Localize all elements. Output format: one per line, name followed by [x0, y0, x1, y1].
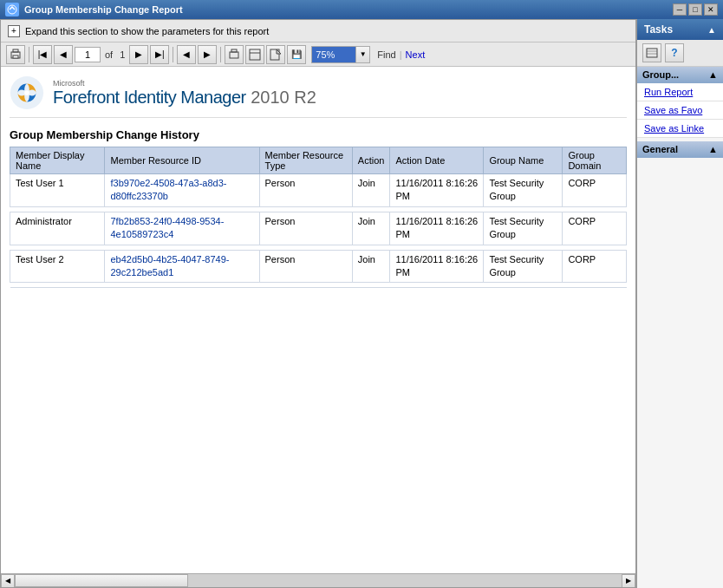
table-cell: CORP	[563, 212, 627, 245]
table-cell: Person	[259, 212, 352, 245]
expand-bar: + Expand this section to show the parame…	[1, 20, 635, 42]
table-cell: f3b970e2-4508-47a3-a8d3-d80ffc23370b	[105, 174, 259, 207]
find-separator: |	[400, 49, 402, 60]
table-cell: eb42d5b0-4b25-4047-8749-29c212be5ad1	[105, 250, 259, 283]
table-cell: CORP	[563, 250, 627, 283]
maximize-button[interactable]: □	[688, 3, 702, 16]
of-label: of	[102, 49, 115, 60]
tasks-group-arrow[interactable]: ▲	[708, 69, 718, 80]
table-cell: Test User 1	[10, 174, 105, 207]
scroll-thumb[interactable]	[15, 574, 188, 587]
svg-rect-6	[250, 49, 260, 60]
save-link-item[interactable]: Save as Linke	[637, 120, 723, 138]
scroll-right-button[interactable]: ▶	[622, 574, 635, 588]
svg-rect-11	[647, 49, 657, 57]
product-name: Forefront Identity Manager	[53, 88, 246, 107]
content-area: + Expand this section to show the parame…	[0, 19, 636, 588]
print2-button[interactable]	[225, 45, 244, 64]
bottom-scrollbar[interactable]: ◀ ▶	[1, 573, 635, 587]
close-button[interactable]: ✕	[704, 3, 718, 16]
toolbar: |◀ ◀ of 1 ▶ ▶| ◀ ▶ 💾 75%	[1, 42, 635, 67]
table-cell: Test Security Group	[484, 212, 563, 245]
tasks-panel-header: Tasks ▲	[637, 19, 723, 40]
scroll-left-button[interactable]: ◀	[1, 574, 15, 588]
zoom-dropdown[interactable]: 75% ▼	[311, 46, 370, 63]
report-content: Microsoft Forefront Identity Manager 201…	[1, 67, 635, 573]
tasks-general-arrow[interactable]: ▲	[708, 144, 718, 154]
last-page-button[interactable]: ▶|	[150, 45, 169, 64]
svg-rect-3	[13, 56, 18, 58]
col-header-action-date: Action Date	[390, 147, 484, 174]
page-total: 1	[117, 49, 127, 60]
toolbar-sep-1	[29, 47, 29, 62]
svg-point-10	[24, 90, 29, 95]
save-button[interactable]: 💾	[287, 45, 306, 64]
table-cell: Join	[352, 174, 390, 207]
tasks-general-header: General ▲	[637, 141, 723, 158]
fim-logo	[10, 75, 44, 110]
forward-button[interactable]: ▶	[198, 45, 217, 64]
table-cell: Join	[352, 250, 390, 283]
run-report-item[interactable]: Run Report	[637, 83, 723, 101]
tasks-expand-icon[interactable]: ▲	[707, 25, 716, 35]
minimize-button[interactable]: ─	[673, 3, 687, 16]
svg-rect-2	[13, 49, 18, 52]
title-bar-left: Group Membership Change Report	[5, 3, 183, 16]
table-row: Test User 2eb42d5b0-4b25-4047-8749-29c21…	[10, 250, 627, 283]
report-table: Member Display Name Member Resource ID M…	[10, 147, 627, 288]
table-row: Administrator7fb2b853-24f0-4498-9534-4e1…	[10, 212, 627, 245]
table-cell: 11/16/2011 8:16:26 PM	[390, 250, 484, 283]
table-spacer-row	[10, 283, 627, 288]
main-container: + Expand this section to show the parame…	[0, 19, 723, 588]
next-button[interactable]: Next	[406, 49, 426, 60]
zoom-arrow[interactable]: ▼	[355, 47, 369, 62]
window-title: Group Membership Change Report	[24, 4, 183, 15]
first-page-button[interactable]: |◀	[33, 45, 52, 64]
table-row: Test User 1f3b970e2-4508-47a3-a8d3-d80ff…	[10, 174, 627, 207]
svg-rect-5	[231, 49, 237, 52]
col-header-member-resource-type: Member Resource Type	[259, 147, 352, 174]
fim-logo-icon	[10, 75, 44, 110]
prev-page-button[interactable]: ◀	[54, 45, 73, 64]
tasks-group-section-header: Group... ▲	[637, 67, 723, 83]
tasks-general-label: General	[642, 144, 678, 154]
toolbar-sep-2	[173, 47, 173, 62]
find-label: Find	[377, 49, 395, 60]
export-button[interactable]	[266, 45, 285, 64]
app-icon	[5, 3, 19, 16]
next-page-button[interactable]: ▶	[129, 45, 148, 64]
tasks-icons-row: ?	[637, 40, 723, 67]
save-fav-item[interactable]: Save as Favo	[637, 101, 723, 120]
back-button[interactable]: ◀	[177, 45, 196, 64]
table-cell: Administrator	[10, 212, 105, 245]
table-cell: Test Security Group	[484, 250, 563, 283]
tasks-list-button[interactable]	[642, 43, 661, 62]
col-header-member-resource-id: Member Resource ID	[105, 147, 259, 174]
col-header-group-domain: Group Domain	[563, 147, 627, 174]
report-title: Group Membership Change History	[10, 128, 627, 141]
tasks-help-button[interactable]: ?	[665, 43, 684, 62]
print-button[interactable]	[6, 45, 25, 64]
expand-icon[interactable]: +	[8, 25, 20, 37]
table-cell: CORP	[563, 174, 627, 207]
svg-rect-4	[230, 52, 238, 58]
table-cell: 7fb2b853-24f0-4498-9534-4e10589723c4	[105, 212, 259, 245]
find-area: Find | Next	[377, 49, 425, 60]
tasks-header-label: Tasks	[644, 23, 673, 36]
scroll-track[interactable]	[15, 574, 622, 587]
col-header-member-display-name: Member Display Name	[10, 147, 105, 174]
layout-button[interactable]	[245, 45, 264, 64]
page-input[interactable]	[75, 47, 101, 62]
tasks-group-label: Group...	[642, 69, 679, 80]
toolbar-sep-3	[220, 47, 221, 62]
tasks-panel: Tasks ▲ ? Group... ▲ Run Report Save as …	[636, 19, 723, 588]
table-cell: Test Security Group	[484, 174, 563, 207]
col-header-group-name: Group Name	[484, 147, 563, 174]
table-header-row: Member Display Name Member Resource ID M…	[10, 147, 627, 174]
table-cell: Person	[259, 174, 352, 207]
expand-text: Expand this section to show the paramete…	[25, 26, 269, 36]
fim-header: Microsoft Forefront Identity Manager 201…	[10, 75, 627, 118]
col-header-action: Action	[352, 147, 390, 174]
window-controls[interactable]: ─ □ ✕	[673, 3, 718, 16]
product-name-row: Forefront Identity Manager 2010 R2	[53, 88, 316, 108]
